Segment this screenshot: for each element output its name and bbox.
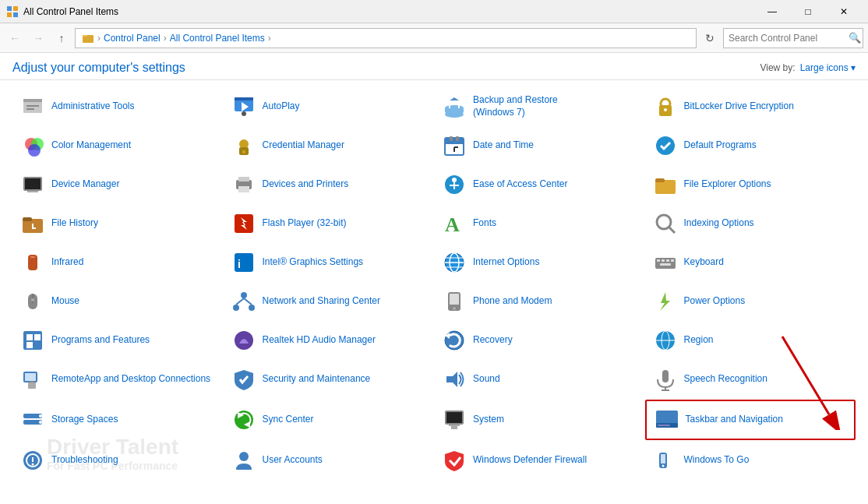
cp-item-sync-center[interactable]: Sync Center bbox=[224, 400, 435, 440]
sound-icon bbox=[442, 367, 467, 392]
cp-item-devices-printers[interactable]: Devices and Printers bbox=[224, 166, 435, 203]
svg-rect-37 bbox=[238, 186, 249, 192]
storage-spaces-label: Storage Spaces bbox=[51, 414, 118, 426]
cp-item-internet-options[interactable]: Internet Options bbox=[434, 244, 645, 281]
cp-item-keyboard[interactable]: Keyboard bbox=[645, 244, 856, 281]
cp-item-autoplay[interactable]: AutoPlay bbox=[224, 88, 435, 125]
cp-item-system[interactable]: System bbox=[434, 400, 645, 440]
ease-of-access-label: Ease of Access Center bbox=[473, 178, 567, 191]
cp-item-infrared[interactable]: Infrared bbox=[12, 244, 224, 281]
programs-features-icon bbox=[20, 328, 45, 353]
cp-item-region[interactable]: Region bbox=[645, 322, 856, 359]
svg-rect-9 bbox=[26, 108, 34, 110]
up-button[interactable]: ↑ bbox=[51, 28, 72, 48]
cp-item-troubleshooting[interactable]: Troubleshooting bbox=[12, 442, 224, 479]
back-button[interactable]: ← bbox=[5, 28, 25, 48]
svg-point-68 bbox=[31, 298, 34, 301]
close-button[interactable]: ✕ bbox=[826, 0, 862, 23]
keyboard-label: Keyboard bbox=[684, 256, 724, 269]
path-all-items[interactable]: All Control Panel Items bbox=[170, 33, 265, 44]
cp-item-file-history[interactable]: File History bbox=[12, 205, 224, 242]
speech-recognition-label: Speech Recognition bbox=[684, 373, 767, 386]
power-options-label: Power Options bbox=[684, 295, 746, 308]
forward-button[interactable]: → bbox=[28, 28, 48, 48]
cp-item-color-management[interactable]: Color Management bbox=[12, 127, 224, 164]
indexing-options-icon bbox=[653, 211, 678, 236]
cp-item-security-maintenance[interactable]: Security and Maintenance bbox=[224, 361, 435, 398]
realtek-audio-icon bbox=[231, 328, 256, 353]
svg-rect-45 bbox=[23, 217, 32, 221]
windows-defender-label: Windows Defender Firewall bbox=[473, 454, 587, 467]
svg-rect-90 bbox=[28, 382, 36, 389]
svg-rect-43 bbox=[655, 178, 665, 182]
cp-item-credential-manager[interactable]: Credential Manager bbox=[224, 127, 435, 164]
internet-options-icon bbox=[442, 250, 467, 275]
svg-point-39 bbox=[452, 178, 457, 182]
system-icon bbox=[442, 407, 467, 432]
flash-player-icon bbox=[231, 211, 256, 236]
cp-item-speech-recognition[interactable]: Speech Recognition bbox=[645, 361, 856, 398]
cp-item-ease-of-access[interactable]: Ease of Access Center bbox=[434, 166, 645, 203]
power-options-icon bbox=[653, 289, 678, 314]
svg-line-72 bbox=[236, 298, 244, 305]
cp-item-sound[interactable]: Sound bbox=[434, 361, 645, 398]
date-time-label: Date and Time bbox=[473, 139, 534, 152]
autoplay-icon bbox=[231, 94, 256, 119]
svg-rect-36 bbox=[238, 177, 249, 182]
phone-modem-label: Phone and Modem bbox=[473, 295, 552, 308]
svg-rect-7 bbox=[23, 99, 42, 102]
window-controls: — □ ✕ bbox=[754, 0, 862, 23]
cp-item-flash-player[interactable]: Flash Player (32-bit) bbox=[224, 205, 435, 242]
address-path: › Control Panel › All Control Panel Item… bbox=[75, 28, 697, 48]
svg-rect-103 bbox=[446, 412, 462, 423]
maximize-button[interactable]: □ bbox=[790, 0, 826, 23]
cp-item-windows-to-go[interactable]: Windows To Go bbox=[645, 442, 856, 479]
svg-point-97 bbox=[39, 414, 42, 418]
svg-rect-33 bbox=[25, 178, 41, 189]
svg-rect-62 bbox=[662, 259, 665, 262]
cp-item-fonts[interactable]: AFonts bbox=[434, 205, 645, 242]
cp-item-date-time[interactable]: Date and Time bbox=[434, 127, 645, 164]
svg-rect-8 bbox=[26, 105, 39, 107]
cp-item-bitlocker[interactable]: BitLocker Drive Encryption bbox=[645, 88, 856, 125]
cp-item-phone-modem[interactable]: Phone and Modem bbox=[434, 283, 645, 320]
internet-options-label: Internet Options bbox=[473, 256, 539, 269]
title-bar: All Control Panel Items — □ ✕ bbox=[0, 0, 868, 23]
view-by-value[interactable]: Large icons ▾ bbox=[800, 62, 856, 73]
svg-point-112 bbox=[32, 463, 34, 466]
cp-item-storage-spaces[interactable]: Storage Spaces bbox=[12, 400, 224, 440]
cp-item-intel-graphics[interactable]: iIntel® Graphics Settings bbox=[224, 244, 435, 281]
cp-item-file-explorer-options[interactable]: File Explorer Options bbox=[645, 166, 856, 203]
svg-point-21 bbox=[28, 144, 41, 157]
cp-item-programs-features[interactable]: Programs and Features bbox=[12, 322, 224, 359]
path-control-panel[interactable]: Control Panel bbox=[104, 33, 161, 44]
cp-item-default-programs[interactable]: Default Programs bbox=[645, 127, 856, 164]
search-input[interactable] bbox=[729, 33, 845, 44]
cp-item-device-manager[interactable]: Device Manager bbox=[12, 166, 224, 203]
cp-item-power-options[interactable]: Power Options bbox=[645, 283, 856, 320]
flash-player-label: Flash Player (32-bit) bbox=[263, 217, 347, 230]
devices-printers-icon bbox=[231, 172, 256, 197]
network-sharing-label: Network and Sharing Center bbox=[263, 295, 380, 308]
credential-manager-label: Credential Manager bbox=[263, 139, 344, 152]
cp-item-administrative-tools[interactable]: Administrative Tools bbox=[12, 88, 224, 125]
cp-item-remoteapp[interactable]: RemoteApp and Desktop Connections bbox=[12, 361, 224, 398]
svg-rect-115 bbox=[661, 454, 665, 463]
phone-modem-icon bbox=[442, 289, 467, 314]
color-management-icon bbox=[20, 133, 45, 158]
cp-item-windows-defender[interactable]: Windows Defender Firewall bbox=[434, 442, 645, 479]
cp-item-realtek-audio[interactable]: Realtek HD Audio Manager bbox=[224, 322, 435, 359]
sync-center-label: Sync Center bbox=[263, 414, 314, 426]
cp-item-backup-restore[interactable]: Backup and Restore (Windows 7) bbox=[434, 88, 645, 125]
cp-item-recovery[interactable]: Recovery bbox=[434, 322, 645, 359]
cp-item-indexing-options[interactable]: Indexing Options bbox=[645, 205, 856, 242]
cp-item-network-sharing[interactable]: Network and Sharing Center bbox=[224, 283, 435, 320]
cp-item-taskbar-navigation[interactable]: Taskbar and Navigation bbox=[645, 400, 856, 440]
cp-item-mouse[interactable]: Mouse bbox=[12, 283, 224, 320]
refresh-button[interactable]: ↻ bbox=[700, 28, 720, 48]
minimize-button[interactable]: — bbox=[754, 0, 790, 23]
svg-rect-63 bbox=[666, 259, 669, 262]
credential-manager-icon bbox=[231, 133, 256, 158]
cp-item-user-accounts[interactable]: User Accounts bbox=[224, 442, 435, 479]
programs-features-label: Programs and Features bbox=[51, 334, 150, 347]
